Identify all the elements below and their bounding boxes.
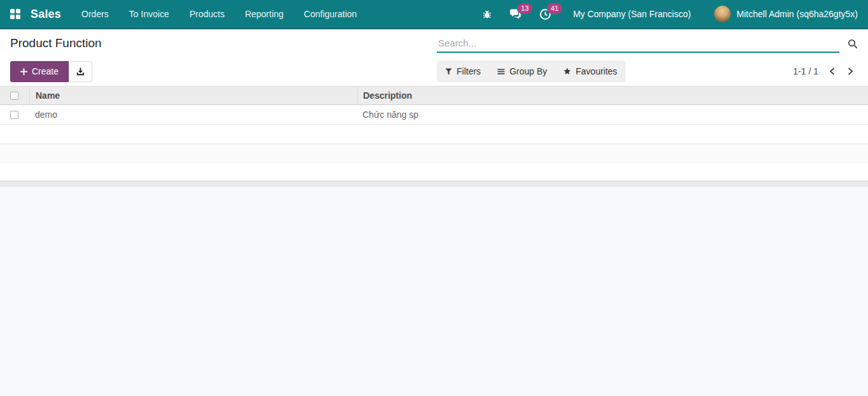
header-checkbox-cell (0, 92, 29, 100)
apps-menu-button[interactable] (0, 0, 20, 28)
list-view: Name Description demo Chức năng sp (0, 86, 868, 396)
main-menu: Orders To Invoice Products Reporting Con… (71, 0, 367, 28)
search-bar (437, 34, 868, 53)
create-button[interactable]: Create (10, 61, 69, 82)
funnel-icon (445, 68, 452, 75)
row-checkbox[interactable] (10, 111, 18, 119)
menu-products[interactable]: Products (179, 0, 235, 28)
search-input[interactable] (437, 34, 839, 53)
page-background (0, 187, 868, 396)
user-avatar[interactable] (714, 6, 731, 22)
filters-button[interactable]: Filters (437, 60, 489, 82)
group-by-button[interactable]: Group By (489, 60, 555, 82)
messages-menu-button[interactable]: 13 (509, 0, 522, 28)
menu-configuration[interactable]: Configuration (294, 0, 367, 28)
row-checkbox-cell (0, 111, 29, 119)
menu-to-invoice[interactable]: To Invoice (119, 0, 179, 28)
pager: 1-1 / 1 (793, 66, 855, 77)
star-icon (563, 67, 571, 75)
table-header-row: Name Description (0, 86, 868, 105)
empty-row (0, 125, 868, 144)
pager-value: 1-1 / 1 (793, 66, 818, 76)
download-icon (76, 67, 85, 76)
apps-grid-icon (10, 9, 20, 19)
filters-label: Filters (457, 66, 481, 76)
menu-orders[interactable]: Orders (71, 0, 119, 28)
page-title: Product Function (10, 36, 102, 50)
row-name-cell[interactable]: demo (29, 110, 357, 120)
top-navbar: Sales Orders To Invoice Products Reporti… (0, 0, 868, 29)
magnifier-icon (848, 39, 858, 49)
navbar-left: Sales Orders To Invoice Products Reporti… (0, 0, 367, 28)
column-header-description[interactable]: Description (357, 87, 868, 104)
navbar-right: 13 41 My Company (San Francisco) Mitchel… (465, 0, 868, 28)
messages-badge: 13 (517, 3, 532, 14)
plus-icon (20, 68, 27, 75)
search-options-group: Filters Group By (437, 60, 626, 82)
create-button-label: Create (32, 66, 59, 76)
favourites-label: Favourites (575, 66, 617, 76)
table-row[interactable]: demo Chức năng sp (0, 105, 868, 125)
pager-next-button[interactable] (846, 66, 855, 77)
select-all-checkbox[interactable] (10, 92, 18, 100)
table-footer-strip (0, 181, 868, 187)
activities-badge: 41 (547, 3, 562, 14)
favourites-button[interactable]: Favourites (555, 60, 625, 82)
activities-menu-button[interactable]: 41 (539, 0, 551, 28)
chevron-right-icon (847, 67, 854, 76)
control-panel: Product Function (0, 29, 868, 86)
chevron-left-icon (829, 67, 836, 76)
debug-mode-button[interactable] (482, 0, 492, 28)
export-button[interactable] (69, 61, 92, 82)
column-header-name[interactable]: Name (29, 87, 357, 104)
action-buttons: Create (10, 61, 92, 82)
row-description-cell[interactable]: Chức năng sp (357, 110, 868, 120)
group-by-label: Group By (509, 66, 547, 76)
empty-row (0, 163, 868, 181)
app-name-sales[interactable]: Sales (31, 8, 61, 21)
company-switcher[interactable]: My Company (San Francisco) (573, 0, 691, 28)
pager-previous-button[interactable] (827, 66, 837, 77)
bug-icon (482, 9, 492, 19)
bars-icon (497, 68, 505, 75)
search-button[interactable] (848, 39, 858, 53)
empty-row (0, 144, 868, 163)
menu-reporting[interactable]: Reporting (235, 0, 294, 28)
user-menu-button[interactable]: Mitchell Admin (sq6ha26gty5x) (736, 0, 858, 28)
odoo-app: Sales Orders To Invoice Products Reporti… (0, 0, 868, 396)
